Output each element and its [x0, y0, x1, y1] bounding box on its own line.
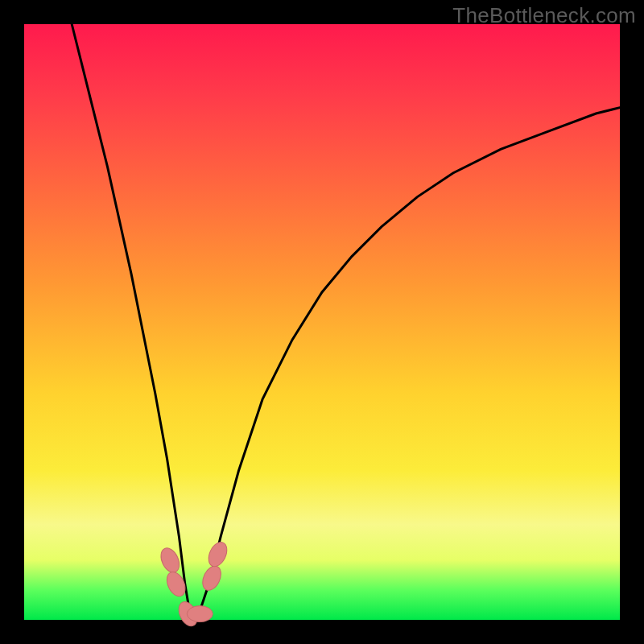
marker-left-upper	[157, 545, 183, 575]
markers-group	[157, 539, 230, 629]
plot-area	[24, 24, 620, 620]
watermark-text: TheBottleneck.com	[452, 3, 636, 28]
marker-right-lower	[199, 563, 225, 592]
chart-frame: TheBottleneck.com	[0, 0, 644, 644]
marker-left-lower	[163, 569, 189, 599]
marker-right-upper	[205, 539, 231, 569]
curve-svg	[24, 24, 620, 620]
marker-bottom-right	[187, 606, 213, 622]
bottleneck-curve	[72, 24, 620, 620]
